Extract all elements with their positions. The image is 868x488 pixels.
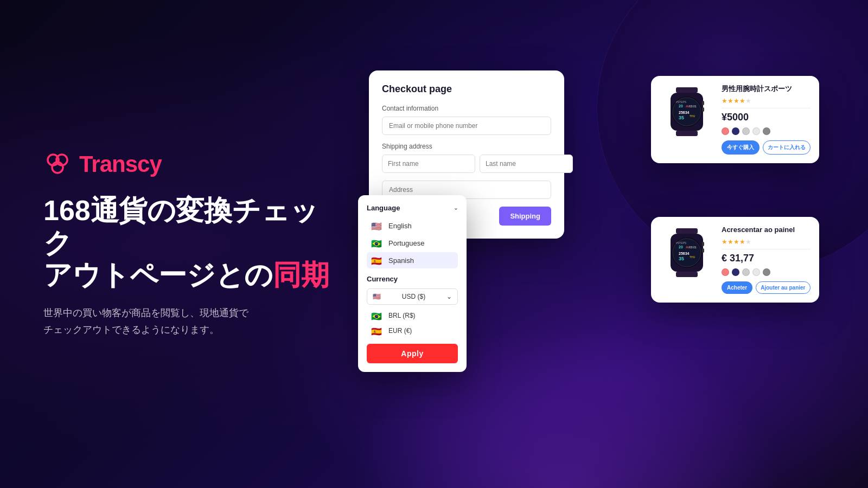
logo-row: Transcy xyxy=(43,150,342,178)
svg-text:THU: THU xyxy=(690,114,695,118)
divider-2 xyxy=(722,249,810,249)
product-buttons-2: Acheter Ajouter au panier xyxy=(722,281,810,294)
first-name-input[interactable] xyxy=(382,155,475,173)
color-dot-gray-2[interactable] xyxy=(763,268,770,276)
currency-title-text: Currency xyxy=(367,275,398,283)
headline-line2-highlight: 同期 xyxy=(273,259,329,291)
svg-rect-18 xyxy=(676,272,698,277)
left-panel: Transcy 168通貨の変換チェック アウトページとの同期 世界中の買い物客… xyxy=(43,150,342,338)
chevron-down-icon-currency: ⌄ xyxy=(446,293,452,300)
subtext: 世界中の買い物客が商品を閲覧し、現地通貨でチェックアウトできるようになります。 xyxy=(43,305,293,338)
svg-text:#STEPS: #STEPS xyxy=(676,100,687,104)
svg-text:25634: 25634 xyxy=(679,252,690,255)
language-english-label: English xyxy=(388,222,412,230)
product-stars-1: ★★★★★ xyxy=(722,97,810,105)
language-currency-dropdown: Language ⌄ 🇺🇸 English 🇧🇷 Portuguese 🇪🇸 S… xyxy=(358,195,467,372)
color-dot-pink[interactable] xyxy=(722,127,729,135)
product-name-1: 男性用腕時計スポーツ xyxy=(722,85,810,94)
product-price-2: € 31,77 xyxy=(722,253,810,264)
currency-option-brl[interactable]: 🇧🇷 BRL (R$) xyxy=(367,308,458,323)
contact-input[interactable] xyxy=(382,117,551,135)
shipping-label: Shipping address xyxy=(382,143,551,150)
flag-brl-icon: 🇧🇷 xyxy=(371,311,383,320)
product-card-french: 20 AM 03:01 25634 35 THU #STEPS Acrescen… xyxy=(651,217,819,303)
buy-now-button-1[interactable]: 今すぐ購入 xyxy=(722,140,760,155)
svg-text:35: 35 xyxy=(679,256,684,261)
product-stars-2: ★★★★★ xyxy=(722,238,810,246)
language-section-title: Language ⌄ xyxy=(367,204,458,212)
currency-eur-label: EUR (€) xyxy=(388,327,412,335)
currency-selected-label: USD ($) xyxy=(402,293,425,300)
add-to-cart-button-1[interactable]: カートに入れる xyxy=(763,140,810,155)
svg-rect-17 xyxy=(676,228,698,234)
color-dot-silver[interactable] xyxy=(742,127,750,135)
divider-1 xyxy=(722,108,810,108)
logo-text-part2: cy xyxy=(137,151,162,177)
headline: 168通貨の変換チェック アウトページとの同期 xyxy=(43,195,342,292)
color-dot-pink-2[interactable] xyxy=(722,268,729,276)
headline-line2-normal: アウトページとの xyxy=(43,259,273,291)
svg-text:03:01: 03:01 xyxy=(690,105,697,108)
language-option-english[interactable]: 🇺🇸 English xyxy=(367,217,458,234)
svg-text:03:01: 03:01 xyxy=(690,246,697,249)
svg-text:20: 20 xyxy=(679,104,683,108)
color-dot-silver-2[interactable] xyxy=(742,268,750,276)
color-dot-gray[interactable] xyxy=(763,127,770,135)
product-price-1: ¥5000 xyxy=(722,112,810,123)
svg-rect-4 xyxy=(676,131,698,136)
svg-rect-15 xyxy=(702,101,704,105)
color-options-1 xyxy=(722,127,810,135)
svg-text:20: 20 xyxy=(679,245,683,249)
product-card-japanese: 20 AM 03:01 25634 35 THU #STEPS 男性用腕時計スポ… xyxy=(651,76,819,163)
add-to-cart-button-2[interactable]: Ajouter au panier xyxy=(756,281,810,294)
contact-label: Contact information xyxy=(382,105,551,112)
shipping-button[interactable]: Shipping xyxy=(499,207,551,226)
svg-text:25634: 25634 xyxy=(679,111,690,114)
buy-now-button-2[interactable]: Acheter xyxy=(722,281,752,294)
logo-text: Transcy xyxy=(79,151,162,177)
currency-select[interactable]: 🇺🇸 USD ($) ⌄ xyxy=(367,288,458,305)
currency-section-title: Currency xyxy=(367,275,458,283)
flag-us-icon: 🇺🇸 xyxy=(371,221,383,230)
color-dot-lightgray-2[interactable] xyxy=(752,268,760,276)
currency-option-eur[interactable]: 🇪🇸 EUR (€) xyxy=(367,323,458,338)
svg-text:THU: THU xyxy=(690,255,695,259)
currency-brl-label: BRL (R$) xyxy=(388,312,416,319)
product-info-1: 男性用腕時計スポーツ ★★★★★ ¥5000 今すぐ購入 カートに入れる xyxy=(722,85,810,155)
color-dot-lightgray[interactable] xyxy=(752,127,760,135)
product-buttons-1: 今すぐ購入 カートに入れる xyxy=(722,140,810,155)
svg-text:#STEPS: #STEPS xyxy=(676,241,687,245)
chevron-down-icon: ⌄ xyxy=(454,205,458,211)
flag-br-icon: 🇧🇷 xyxy=(371,239,383,247)
svg-rect-3 xyxy=(676,87,698,93)
logo-text-part1: Trans xyxy=(79,151,137,177)
product-watch-image-1: 20 AM 03:01 25634 35 THU #STEPS xyxy=(660,85,714,139)
language-option-portuguese[interactable]: 🇧🇷 Portuguese xyxy=(367,235,458,251)
headline-line1: 168通貨の変換チェック xyxy=(43,195,318,259)
apply-button[interactable]: Apply xyxy=(367,344,458,363)
flag-usd-icon: 🇺🇸 xyxy=(373,293,381,300)
flag-eur-icon: 🇪🇸 xyxy=(371,326,383,335)
svg-rect-30 xyxy=(702,248,704,253)
svg-rect-29 xyxy=(702,242,704,246)
logo-icon xyxy=(43,150,72,178)
color-dot-navy-2[interactable] xyxy=(732,268,739,276)
svg-rect-16 xyxy=(702,107,704,112)
color-options-2 xyxy=(722,268,810,276)
language-spanish-label: Spanish xyxy=(388,256,414,265)
right-panel: Checkout page Contact information Shippi… xyxy=(342,0,825,488)
product-name-2: Acrescentar ao painel xyxy=(722,226,810,235)
product-info-2: Acrescentar ao painel ★★★★★ € 31,77 Ache… xyxy=(722,226,810,294)
product-watch-image-2: 20 AM 03:01 25634 35 THU #STEPS xyxy=(660,226,714,280)
language-portuguese-label: Portuguese xyxy=(388,239,425,247)
currency-section: Currency 🇺🇸 USD ($) ⌄ 🇧🇷 BRL (R$) 🇪🇸 EUR… xyxy=(367,275,458,363)
language-option-spanish[interactable]: 🇪🇸 Spanish xyxy=(367,252,458,268)
svg-text:35: 35 xyxy=(679,115,684,120)
flag-es-icon: 🇪🇸 xyxy=(371,256,383,265)
checkout-title: Checkout page xyxy=(382,84,551,95)
last-name-input[interactable] xyxy=(480,155,573,173)
language-title-text: Language xyxy=(367,204,400,212)
color-dot-navy[interactable] xyxy=(732,127,739,135)
